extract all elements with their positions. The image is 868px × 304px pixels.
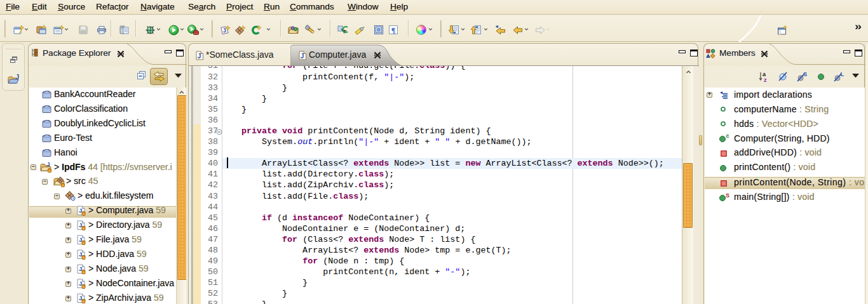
svg-text:¶: ¶ (391, 26, 395, 35)
svg-text:S: S (726, 193, 729, 199)
svg-text:c: c (726, 134, 729, 139)
svg-text:z: z (764, 77, 767, 83)
